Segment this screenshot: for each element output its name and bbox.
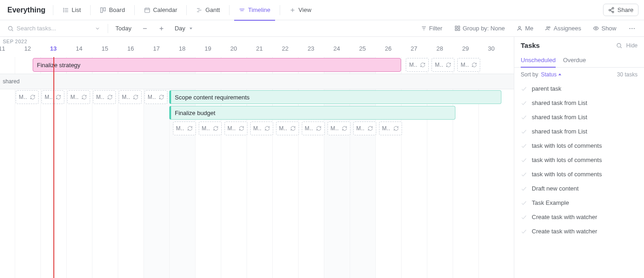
svg-rect-35: [458, 29, 460, 31]
unscheduled-task[interactable]: Task Example: [514, 196, 644, 210]
unscheduled-task[interactable]: Create task with watcher: [514, 224, 644, 238]
task-bar[interactable]: Finalize strategy: [33, 58, 401, 72]
sort-value[interactable]: Status: [541, 71, 562, 78]
svg-point-43: [617, 43, 621, 47]
task-count: 30 tasks: [617, 71, 638, 78]
more-button[interactable]: [626, 23, 638, 34]
share-button[interactable]: Share: [603, 4, 638, 16]
view-tab-gantt[interactable]: Gantt: [191, 4, 224, 16]
recurring-ghost[interactable]: Mo…: [41, 90, 64, 104]
search-input[interactable]: [17, 25, 86, 32]
day-29[interactable]: 29: [453, 44, 478, 57]
recurring-ghost[interactable]: Mo…: [93, 90, 116, 104]
filter-button[interactable]: Filter: [418, 23, 445, 34]
recurring-icon: [107, 94, 113, 100]
recurring-ghost[interactable]: Mo…: [457, 58, 480, 72]
today-button[interactable]: Today: [113, 23, 134, 34]
day-27[interactable]: 27: [401, 44, 427, 57]
space-title: Everything: [6, 6, 48, 14]
recurring-ghost[interactable]: Mo…: [199, 122, 222, 135]
zoom-out-button[interactable]: [139, 23, 151, 34]
panel-tab-unscheduled[interactable]: Unscheduled: [521, 54, 556, 67]
day-24[interactable]: 24: [324, 44, 350, 57]
unscheduled-task[interactable]: shared task from List: [514, 96, 644, 110]
view-tab-list[interactable]: List: [58, 4, 86, 16]
recurring-ghost[interactable]: Mo…: [250, 122, 273, 135]
day-28[interactable]: 28: [427, 44, 453, 57]
month-label: SEP 2022: [0, 37, 514, 44]
unscheduled-task[interactable]: task with lots of comments: [514, 139, 644, 153]
scale-select[interactable]: Day: [172, 23, 195, 34]
recurring-ghost[interactable]: Mo…: [67, 90, 90, 104]
view-tab-calendar[interactable]: Calendar: [139, 4, 182, 16]
unscheduled-task[interactable]: shared task from List: [514, 124, 644, 139]
timeline-body[interactable]: sharedFinalize strategyScope content req…: [0, 57, 514, 278]
day-23[interactable]: 23: [298, 44, 324, 57]
recurring-icon: [264, 126, 270, 131]
show-button[interactable]: Show: [590, 23, 619, 34]
recurring-ghost[interactable]: Mo…: [379, 122, 402, 135]
svg-point-37: [547, 27, 548, 28]
panel-search-icon[interactable]: [616, 42, 622, 49]
task-bar[interactable]: Scope content requirements: [169, 90, 501, 104]
unscheduled-task[interactable]: Create task with watcher: [514, 210, 644, 224]
recurring-ghost[interactable]: Mo…: [144, 90, 167, 104]
view-tab-board[interactable]: Board: [95, 4, 130, 16]
recurring-ghost[interactable]: Mo…: [16, 90, 39, 104]
recurring-ghost[interactable]: Mo…: [173, 122, 196, 135]
sort-caret-icon: [558, 73, 562, 76]
recurring-ghost[interactable]: Mo…: [224, 122, 247, 135]
panel-tab-overdue[interactable]: Overdue: [563, 54, 586, 67]
hide-panel-button[interactable]: Hide: [626, 42, 638, 49]
recurring-ghost[interactable]: Mo…: [328, 122, 351, 135]
svg-rect-7: [104, 7, 105, 11]
gantt-icon: [196, 7, 202, 13]
unscheduled-task[interactable]: Draft new content: [514, 181, 644, 196]
day-20[interactable]: 20: [221, 44, 247, 57]
day-18[interactable]: 18: [169, 44, 195, 57]
day-19[interactable]: 19: [195, 44, 221, 57]
day-25[interactable]: 25: [350, 44, 375, 57]
group-button[interactable]: Group by: None: [452, 23, 508, 34]
unscheduled-task[interactable]: shared task from List: [514, 110, 644, 124]
day-16[interactable]: 16: [118, 44, 144, 57]
unscheduled-task[interactable]: parent task: [514, 81, 644, 96]
view-tab-timeline[interactable]: Timeline: [234, 4, 275, 16]
search-box[interactable]: [6, 25, 87, 32]
eye-icon: [593, 25, 599, 31]
assignees-button[interactable]: Assignees: [542, 23, 584, 34]
me-button[interactable]: Me: [514, 23, 536, 34]
search-dropdown[interactable]: [92, 24, 103, 33]
recurring-ghost[interactable]: Mo…: [406, 58, 429, 72]
day-15[interactable]: 15: [92, 44, 118, 57]
recurring-icon: [159, 94, 164, 100]
day-30[interactable]: 30: [478, 44, 504, 57]
svg-point-42: [634, 28, 635, 29]
add-view-button[interactable]: View: [285, 4, 316, 16]
timeline-view[interactable]: SEP 2022 1112131415161718192021222324252…: [0, 37, 514, 278]
day-21[interactable]: 21: [247, 44, 272, 57]
recurring-ghost[interactable]: Mo…: [119, 90, 142, 104]
svg-point-41: [632, 28, 632, 29]
recurring-ghost[interactable]: Mo…: [276, 122, 299, 135]
day-14[interactable]: 14: [66, 44, 92, 57]
day-17[interactable]: 17: [144, 44, 169, 57]
recurring-ghost[interactable]: Mo…: [302, 122, 325, 135]
day-22[interactable]: 22: [272, 44, 298, 57]
search-icon: [7, 25, 14, 32]
day-11[interactable]: 11: [0, 44, 15, 57]
day-12[interactable]: 12: [15, 44, 40, 57]
check-icon: [521, 128, 527, 135]
unscheduled-task[interactable]: task with lots of comments: [514, 167, 644, 181]
recurring-ghost[interactable]: Mo…: [353, 122, 376, 135]
day-13[interactable]: 13: [40, 44, 66, 57]
task-bar[interactable]: Finalize budget: [169, 106, 455, 120]
day-26[interactable]: 26: [375, 44, 401, 57]
recurring-ghost[interactable]: Mo…: [431, 58, 454, 72]
zoom-in-button[interactable]: [155, 23, 167, 34]
svg-point-36: [519, 26, 521, 28]
recurring-icon: [368, 126, 373, 131]
unscheduled-task[interactable]: task with lots of comments: [514, 153, 644, 167]
divider: [280, 5, 280, 15]
group-row-shared[interactable]: shared: [0, 74, 514, 89]
